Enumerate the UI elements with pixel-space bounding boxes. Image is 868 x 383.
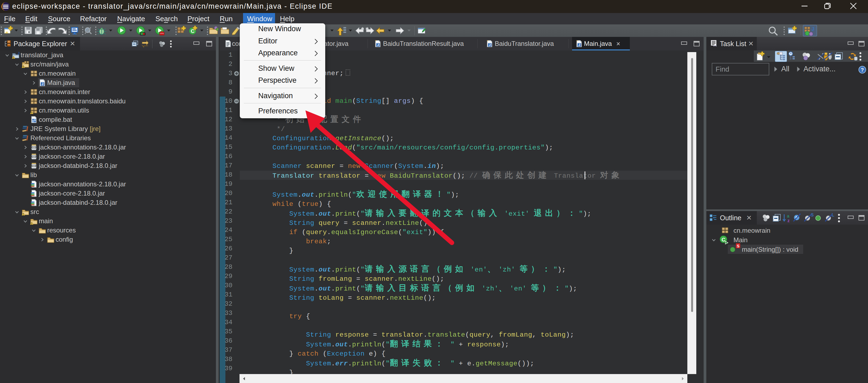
svg-text:J: J	[812, 26, 814, 32]
svg-text:J: J	[18, 51, 20, 55]
svg-text:J: J	[377, 43, 379, 47]
svg-text:J: J	[489, 43, 491, 47]
svg-text:S: S	[811, 213, 813, 217]
svg-text:C: C	[191, 28, 194, 34]
svg-text:J: J	[41, 82, 43, 86]
svg-text:J: J	[578, 43, 580, 47]
svg-text:z: z	[787, 218, 789, 223]
svg-text:C: C	[721, 237, 725, 243]
svg-text:?: ?	[861, 67, 864, 73]
svg-text:S: S	[737, 244, 739, 248]
svg-text:L: L	[832, 213, 834, 217]
svg-text:a: a	[787, 214, 789, 218]
